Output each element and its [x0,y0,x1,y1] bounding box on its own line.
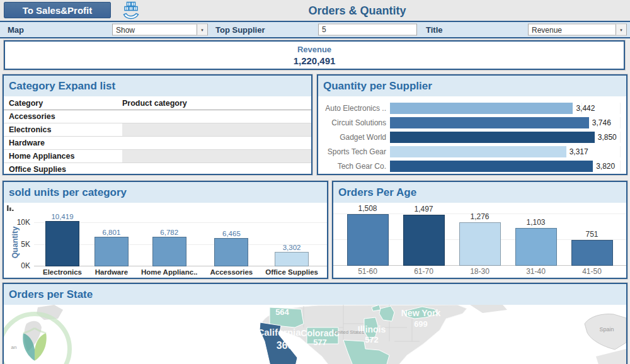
bar[interactable] [214,238,248,266]
product-category-cell [122,137,311,149]
x-axis-label: 51-60 [358,266,377,278]
category-table-body: AccessoriesElectronicsHardwareHome Appli… [4,110,311,175]
bar-value-label: 1,276 [470,212,489,221]
category-row[interactable]: Electronics [4,123,311,137]
bar-column: 1,49761-70 [403,205,445,278]
country-label: United States [334,329,364,335]
supplier-category-label: Sports Tech Gear [319,147,390,156]
country-label: Spain [599,326,614,333]
supplier-bar-track: 3,820 [390,161,622,172]
top-supplier-input[interactable]: 5 [318,24,417,36]
supplier-bar[interactable] [390,161,593,172]
supplier-bar[interactable] [390,103,573,114]
category-cell: Accessories [4,112,122,121]
state-value-label: 699 [414,319,428,329]
x-axis-label: Home Applianc.. [141,266,198,278]
y-tick: 10K [17,218,30,227]
category-row[interactable]: Office Supplies [4,163,311,175]
bar[interactable] [403,215,445,266]
us-map: 564 California 360 Colorado 577 Illinois… [4,305,626,364]
supplier-bar[interactable] [390,146,566,157]
category-row[interactable]: Home Appliances [4,150,311,163]
supplier-bar-track: 3,850 [390,132,622,143]
state-value-label: 577 [313,338,327,347]
bar-column: 1,27618-30 [459,212,501,278]
title-param-dropdown[interactable]: Revenue ▾ [528,24,627,36]
panel-category-expand-list: Category Expand list Category Product ca… [3,74,312,175]
panel-quantity-per-supplier: Quantity per Supplier Auto Electronics .… [317,74,627,175]
revenue-kpi-card: Revenue 1,220,491 [4,40,625,70]
bar[interactable] [459,222,501,266]
supplier-bar-track: 3,442 [390,103,622,114]
category-cell: Electronics [4,125,122,134]
supplier-value-label: 3,820 [596,162,615,171]
panel-sold-units-per-category: sold units per category Quantity 10K 5K … [3,181,328,279]
header: To Sales&Profit Orders & Quantity [0,0,630,21]
supplier-bar[interactable] [390,132,595,143]
product-category-cell [122,150,311,162]
sold-units-chart: Quantity 10K 5K 0K 10,419Electronics6,80… [4,203,327,278]
supplier-bar-track: 3,746 [390,117,622,128]
product-category-cell [122,123,311,136]
x-axis-label: Hardware [95,266,128,278]
x-axis-label: 41-50 [582,266,602,278]
bar[interactable] [571,240,613,266]
state-name-label: New York [401,308,441,318]
y-tick: 0K [21,261,30,270]
panel-title: Orders Per Age [333,182,626,203]
bar[interactable] [515,228,557,266]
bar-column: 1,50851-60 [347,204,389,278]
map-canvas: 564 California 360 Colorado 577 Illinois… [4,305,626,364]
x-axis-label: 61-70 [414,266,433,278]
bar[interactable] [275,252,309,266]
kpi-label: Revenue [5,45,624,54]
product-category-cell [122,163,311,175]
quantity-per-supplier-chart: Auto Electronics ..3,442Circuit Solution… [318,96,626,175]
supplier-value-label: 3,746 [592,118,611,127]
supplier-bar[interactable] [390,117,589,128]
page-title: Orders & Quantity [0,0,630,21]
bar-column: 1,10331-40 [515,218,557,278]
supplier-category-label: Tech Gear Co. [319,162,390,171]
orders-per-age-plot: 1,50851-601,49761-701,27618-301,10331-40… [333,203,626,278]
supplier-value-label: 3,317 [570,147,588,156]
bar-column: 10,419Electronics [43,213,82,278]
map-filter-dropdown[interactable]: Show ▾ [112,24,208,36]
category-cell: Hardware [4,139,122,147]
panel-title: Category Expand list [4,76,311,96]
bar-column: 75141-50 [571,230,613,278]
bar-value-label: 3,302 [283,244,301,251]
bar-value-label: 6,465 [222,230,241,237]
bar[interactable] [347,214,389,266]
category-row[interactable]: Accessories [4,110,311,123]
bar[interactable] [152,237,186,266]
x-axis-label: 31-40 [526,266,546,278]
sort-icon[interactable] [7,205,14,212]
category-row[interactable]: Hardware [4,137,311,150]
panel-title: sold units per category [4,182,327,203]
bar-column: 6,782Home Applianc.. [141,229,198,278]
map-filter-label: Map [8,25,24,35]
title-param-label: Title [426,25,443,35]
panel-title: Quantity per Supplier [318,76,626,96]
bar-value-label: 1,497 [414,205,433,213]
bar[interactable] [45,221,79,266]
orders-per-age-chart: 1,50851-601,49761-701,27618-301,10331-40… [333,203,626,278]
bar[interactable] [94,237,129,266]
supplier-category-label: Circuit Solutions [319,118,390,127]
kpi-value: 1,220,491 [5,55,624,66]
bar-value-label: 1,103 [526,218,545,227]
x-axis-label: 18-30 [470,266,490,278]
chevron-down-icon[interactable]: ▾ [616,25,626,35]
bar-value-label: 1,508 [358,204,377,213]
supplier-category-label: Auto Electronics .. [319,104,390,113]
chevron-down-icon[interactable]: ▾ [197,25,207,35]
y-axis: Quantity 10K 5K 0K [4,203,34,278]
bar-column: 6,465Accessories [210,230,253,278]
supplier-row: Sports Tech Gear3,317 [319,145,622,159]
top-supplier-filter-label: Top Supplier [215,25,265,35]
bar-value-label: 10,419 [51,213,73,220]
x-axis-label: Accessories [210,266,253,278]
category-table-header: Category Product category [4,96,311,110]
sold-units-plot: 10,419Electronics6,801Hardware6,782Home … [34,203,327,278]
